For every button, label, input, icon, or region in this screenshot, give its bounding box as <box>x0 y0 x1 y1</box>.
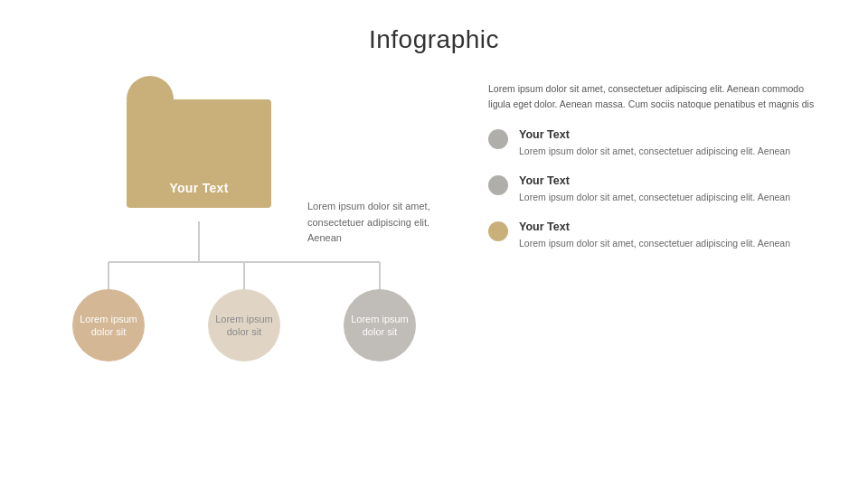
right-panel: Lorem ipsum dolor sit amet, consectetuer… <box>488 81 841 267</box>
bottom-node-circle-3: Lorem ipsum dolor sit <box>344 289 416 361</box>
right-item-1: Your Text Lorem ipsum dolor sit amet, co… <box>488 128 841 158</box>
right-item-desc-3: Lorem ipsum dolor sit amet, consectetuer… <box>519 236 790 250</box>
right-item-content-2: Your Text Lorem ipsum dolor sit amet, co… <box>519 174 790 204</box>
right-item-2: Your Text Lorem ipsum dolor sit amet, co… <box>488 174 841 204</box>
right-item-title-1: Your Text <box>519 128 790 141</box>
right-item-desc-2: Lorem ipsum dolor sit amet, consectetuer… <box>519 190 790 204</box>
top-node-box: Your Text <box>127 99 271 208</box>
bottom-node-circle-1: Lorem ipsum dolor sit <box>72 289 145 361</box>
bottom-node-3: Lorem ipsum dolor sit <box>344 289 416 361</box>
right-item-desc-1: Lorem ipsum dolor sit amet, consectetuer… <box>519 144 790 158</box>
bottom-node-circle-2: Lorem ipsum dolor sit <box>208 289 280 361</box>
right-item-title-2: Your Text <box>519 174 790 187</box>
page-title: Infographic <box>0 0 868 54</box>
right-item-content-3: Your Text Lorem ipsum dolor sit amet, co… <box>519 221 790 250</box>
org-chart: Your Text Lorem ipsum dolor sit Lorem ip… <box>54 72 434 343</box>
bullet-2 <box>488 175 508 195</box>
right-intro-text: Lorem ipsum dolor sit amet, consectetuer… <box>488 81 841 112</box>
top-org-node: Your Text <box>127 99 271 208</box>
right-item-content-1: Your Text Lorem ipsum dolor sit amet, co… <box>519 128 790 158</box>
top-node-label: Your Text <box>169 181 228 195</box>
left-panel: Lorem ipsum dolor sit amet, consectetuer… <box>54 72 506 343</box>
bullet-1 <box>488 129 508 149</box>
right-item-3: Your Text Lorem ipsum dolor sit amet, co… <box>488 221 841 250</box>
bottom-node-2: Lorem ipsum dolor sit <box>208 289 280 361</box>
bullet-3 <box>488 221 508 241</box>
right-item-title-3: Your Text <box>519 221 790 233</box>
bottom-node-1: Lorem ipsum dolor sit <box>72 289 145 361</box>
